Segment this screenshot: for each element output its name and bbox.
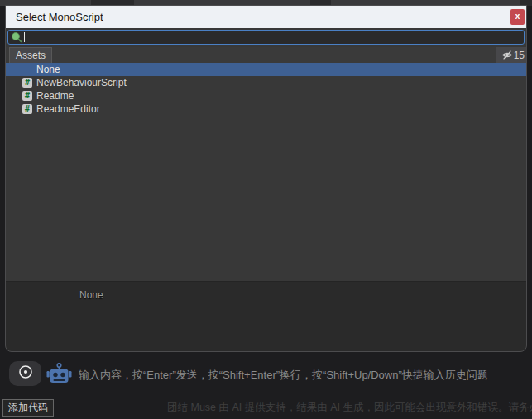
- text-caret: [24, 32, 25, 42]
- preview-selection-label: None: [79, 289, 103, 301]
- ai-disclaimer-text: 团结 Muse 由 AI 提供支持，结果由 AI 生成，因此可能会出现意外和错误…: [167, 401, 532, 415]
- preview-pane: None: [6, 282, 526, 351]
- list-item[interactable]: #ReadmeEditor: [6, 102, 526, 116]
- list-item-label: Readme: [36, 90, 74, 102]
- csharp-script-icon: #: [22, 78, 32, 88]
- dialog-title: Select MonoScript: [16, 11, 103, 23]
- hidden-count-label: 15: [514, 50, 525, 61]
- list-item-label: None: [36, 64, 60, 75]
- search-field[interactable]: [7, 30, 525, 45]
- list-item-label: NewBehaviourScript: [36, 77, 127, 88]
- eye-slash-icon: [501, 50, 513, 61]
- search-input[interactable]: [26, 31, 519, 43]
- chat-input-placeholder[interactable]: 输入内容，按“Enter”发送，按“Shift+Enter”换行，按“Shift…: [79, 368, 532, 383]
- list-item[interactable]: #NewBehaviourScript: [6, 76, 526, 89]
- list-item[interactable]: None: [6, 63, 526, 76]
- target-circle-icon: [17, 364, 34, 383]
- dialog-titlebar[interactable]: Select MonoScript x: [6, 6, 526, 28]
- context-target-button[interactable]: [9, 361, 41, 386]
- csharp-script-icon: #: [22, 104, 32, 114]
- script-list: None#NewBehaviourScript#Readme#ReadmeEdi…: [6, 63, 526, 281]
- csharp-script-icon: #: [22, 91, 32, 101]
- add-code-button[interactable]: 添加代码: [2, 399, 54, 417]
- tab-assets[interactable]: Assets: [9, 47, 52, 63]
- muse-robot-icon: [46, 363, 72, 388]
- list-item[interactable]: #Readme: [6, 89, 526, 102]
- close-button[interactable]: x: [510, 9, 525, 25]
- hidden-count-button[interactable]: 15: [496, 47, 526, 63]
- list-item-label: ReadmeEditor: [36, 103, 100, 115]
- search-icon: [11, 31, 22, 46]
- select-monoscript-dialog: Select MonoScript x Assets 15 None#NewB: [5, 5, 527, 352]
- browser-tab-row: Assets 15: [6, 47, 526, 63]
